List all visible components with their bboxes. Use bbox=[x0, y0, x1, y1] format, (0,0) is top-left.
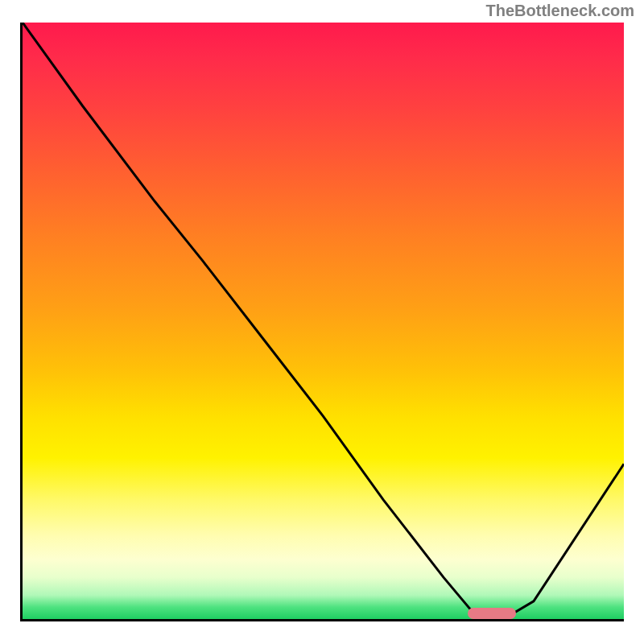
bottleneck-curve bbox=[23, 23, 624, 619]
optimal-range-marker bbox=[468, 608, 516, 619]
watermark-text: TheBottleneck.com bbox=[486, 2, 634, 20]
plot-area bbox=[23, 23, 624, 619]
